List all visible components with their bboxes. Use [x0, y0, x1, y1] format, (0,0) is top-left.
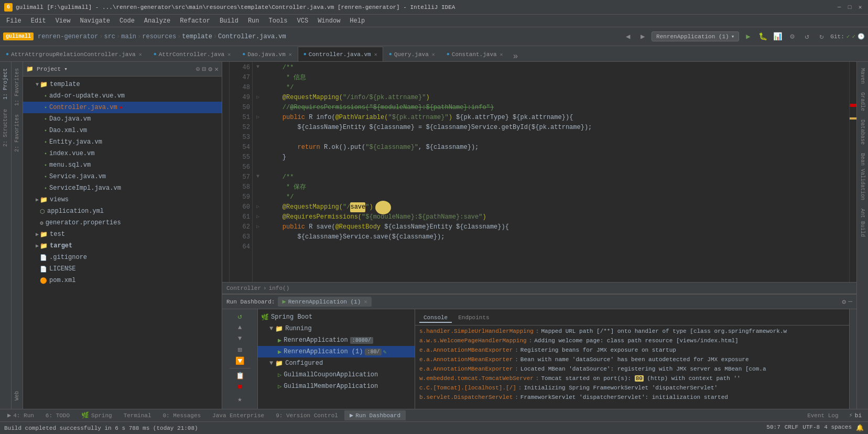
collapse-icon[interactable]: ─: [848, 298, 852, 306]
bottom-tab-rundashboard[interactable]: ▶ Run Dashboard: [344, 410, 406, 420]
tab-constant-java[interactable]: ● Constant.java ✕: [441, 47, 509, 61]
tree-item-index-vm[interactable]: ▪ index.vue.vm: [23, 148, 222, 159]
run-dashboard-tab[interactable]: ▶ RenrenApplication (1) ✕: [278, 297, 371, 307]
settings-icon[interactable]: ⚙: [842, 298, 846, 306]
structure-tab[interactable]: 2: Structure: [2, 105, 9, 151]
menu-item-tools[interactable]: Tools: [265, 16, 292, 26]
tab-close-icon[interactable]: ✕: [374, 51, 377, 58]
run-tab-close[interactable]: ✕: [364, 298, 367, 305]
layout-button[interactable]: ⊞: [234, 345, 246, 355]
tree-item-gitignore[interactable]: ▶ 📄 .gitignore: [23, 252, 222, 263]
app-tree-item-spring-boot[interactable]: 🌿 Spring Boot: [258, 311, 415, 323]
bottom-tab-todo[interactable]: 6: TODO: [40, 411, 75, 420]
tree-item-service-vm[interactable]: ▪ Service.java.vm: [23, 171, 222, 182]
line-ending[interactable]: CRLF: [785, 424, 798, 432]
fold-arrow-62[interactable]: ▷: [253, 221, 263, 231]
right-tab-maven[interactable]: Maven: [859, 64, 866, 88]
run-config-selector[interactable]: RenrenApplication (1) ▾: [652, 31, 739, 41]
tree-item-controller-vm[interactable]: ▪ Controller.java.vm ●: [23, 102, 222, 113]
breadcrumb-renren[interactable]: renren-generator: [38, 33, 98, 40]
settings-button[interactable]: ⚙: [786, 31, 798, 42]
breadcrumb-main[interactable]: main: [121, 33, 136, 40]
console-scrollbar[interactable]: [849, 309, 856, 409]
undo-button[interactable]: ↺: [801, 31, 812, 42]
tree-item-views[interactable]: ▶ 📁 views: [23, 194, 222, 205]
right-tab-database[interactable]: Database: [859, 115, 866, 149]
tree-item-application-yml[interactable]: ▶ ⬡ application.yml: [23, 205, 222, 217]
bottom-tab-eventlog[interactable]: Event Log: [802, 411, 843, 420]
tab-controller-java-vm[interactable]: ● Controller.java.vm ✕: [298, 47, 383, 61]
tab-close-icon[interactable]: ✕: [500, 51, 503, 58]
breadcrumb-resources[interactable]: resources: [142, 33, 176, 40]
tab-dao-java-vm[interactable]: ● Dao.java.vm ✕: [236, 47, 298, 61]
app-tree-item-running[interactable]: ▼ 📁 Running: [258, 323, 415, 334]
down-button[interactable]: ▼: [234, 334, 246, 344]
app-tree-item-renren-80[interactable]: ▶ RenrenApplication (1) :80/ ✎: [258, 346, 415, 357]
up-button[interactable]: ▲: [234, 322, 246, 332]
hide-button[interactable]: ✕: [214, 65, 219, 73]
bottom-tab-javaenterprise[interactable]: Java Enterprise: [207, 411, 269, 420]
menu-item-navigate[interactable]: Navigate: [75, 16, 114, 26]
more-tabs-button[interactable]: »: [509, 52, 523, 61]
bottom-tab-spring[interactable]: 🌿 Spring: [76, 410, 117, 420]
edit-icon[interactable]: ✎: [383, 349, 386, 355]
tree-item-dao-java-vm[interactable]: ▪ Dao.java.vm: [23, 113, 222, 125]
tab-close-icon[interactable]: ✕: [289, 51, 292, 58]
breadcrumb-file[interactable]: Controller.java.vm: [218, 33, 286, 40]
tab-close-icon[interactable]: ✕: [432, 51, 435, 58]
tree-item-target[interactable]: ▶ 📁 target: [23, 240, 222, 252]
fold-arrow-61[interactable]: ▷: [253, 211, 263, 221]
fold-arrow-57[interactable]: ▼: [253, 171, 263, 181]
tree-item-menu-sql-vm[interactable]: ▪ menu.sql.vm: [23, 159, 222, 171]
tree-item-dao-xml-vm[interactable]: ▪ Dao.xml.vm: [23, 125, 222, 136]
bottom-tab-messages[interactable]: 0: Messages: [157, 411, 206, 420]
app-tree-item-renren-8080[interactable]: ▶ RenrenApplication :8080/: [258, 334, 415, 346]
tab-close-icon[interactable]: ✕: [139, 51, 142, 58]
tab-attrcontroller[interactable]: ● AttrController.java ✕: [148, 47, 236, 61]
menu-item-help[interactable]: Help: [345, 16, 369, 26]
profile-button[interactable]: 📊: [772, 31, 783, 42]
menu-item-edit[interactable]: Edit: [27, 16, 50, 26]
minimize-button[interactable]: ─: [836, 4, 843, 11]
back-button[interactable]: ◀: [622, 31, 634, 42]
code-lines[interactable]: /** * 信息 */ @RequestMapping("/info/${pk.…: [263, 62, 849, 282]
app-tree-item-member[interactable]: ▷ GulimallMemberApplication: [258, 381, 415, 392]
breadcrumb-template[interactable]: template: [182, 33, 212, 40]
menu-item-build[interactable]: Build: [215, 16, 243, 26]
right-tab-bean[interactable]: Bean Validation: [859, 149, 866, 204]
filter-button[interactable]: 🔽: [234, 356, 246, 366]
tree-item-generator-properties[interactable]: ▶ ⚙ generator.properties: [23, 217, 222, 229]
encoding[interactable]: UTF-8: [802, 424, 820, 432]
app-tree-item-configured[interactable]: ▼ 📁 Configured: [258, 357, 415, 369]
collapse-button[interactable]: ⊟: [202, 65, 207, 73]
tree-item-serviceimpl-vm[interactable]: ▪ ServiceImpl.java.vm: [23, 182, 222, 194]
fold-arrow-49[interactable]: ▷: [253, 92, 263, 102]
stop-button[interactable]: ■: [234, 382, 246, 392]
star-button[interactable]: ★: [234, 393, 246, 405]
scroll-button[interactable]: 📋: [234, 371, 246, 381]
app-tree-item-coupon[interactable]: ▷ GulimallCouponApplication: [258, 369, 415, 381]
tree-item-pom-xml[interactable]: ▶ 🟠 pom.xml: [23, 275, 222, 286]
favorites-tab-2[interactable]: 2: Favorites: [13, 110, 21, 156]
right-tab-ant[interactable]: Ant Build: [859, 204, 866, 241]
menu-item-file[interactable]: File: [2, 16, 26, 26]
fold-arrow-60[interactable]: ▷: [253, 201, 263, 211]
tree-item-entity-vm[interactable]: ▪ Entity.java.vm: [23, 136, 222, 148]
tree-item-addorupdate[interactable]: ▪ add-or-update.vue.vm: [23, 90, 222, 102]
gear-icon[interactable]: ⚙: [208, 65, 212, 73]
web-tab[interactable]: Web: [13, 387, 21, 405]
bottom-tab-terminal[interactable]: Terminal: [118, 411, 157, 420]
favorites-tab-1[interactable]: 1: Favorites: [13, 64, 21, 110]
rerun-button[interactable]: ↺: [234, 311, 246, 321]
close-button[interactable]: ✕: [856, 4, 864, 11]
notification-icon[interactable]: 🔔: [856, 424, 864, 432]
menu-item-run[interactable]: Run: [244, 16, 264, 26]
tab-close-icon[interactable]: ✕: [227, 51, 231, 58]
tab-query-java[interactable]: ● Query.java ✕: [383, 47, 441, 61]
right-tab-gradle[interactable]: Gradle: [859, 88, 866, 115]
menu-item-refactor[interactable]: Refactor: [176, 16, 214, 26]
run-button[interactable]: ▶: [742, 31, 754, 42]
breadcrumb-src[interactable]: src: [104, 33, 115, 40]
menu-item-view[interactable]: View: [51, 16, 75, 26]
console-tab-console[interactable]: Console: [419, 313, 452, 323]
